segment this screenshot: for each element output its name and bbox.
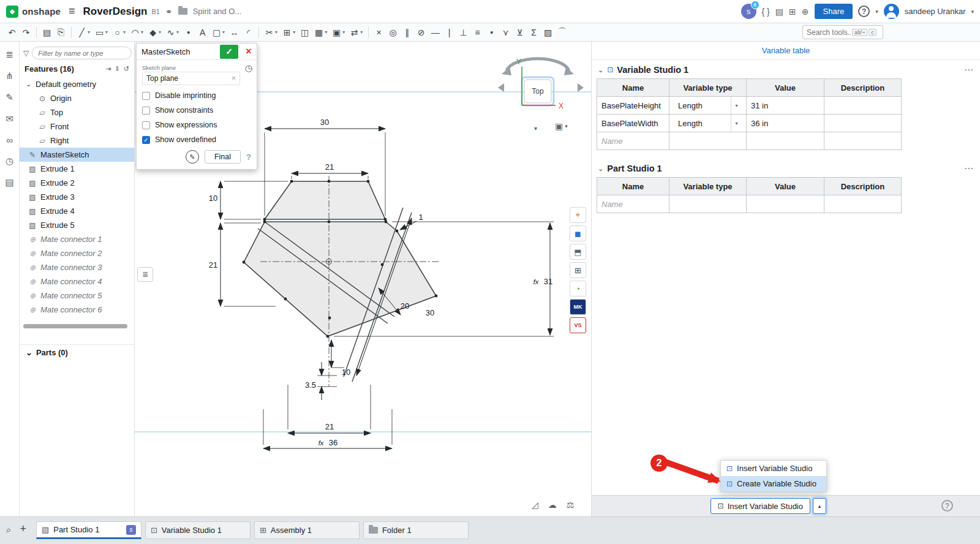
dim-21-top[interactable]: 21 — [325, 162, 334, 172]
tab-folder-1[interactable]: Folder 1 — [363, 521, 469, 539]
feature-filter-input[interactable] — [32, 47, 132, 59]
collaborator-avatar[interactable]: s 8 — [741, 4, 756, 19]
circle-tool-caret[interactable]: ▾ — [123, 29, 126, 35]
onshape-logo[interactable]: ◆ onshape — [6, 6, 61, 18]
final-button[interactable]: Final — [205, 150, 241, 164]
cancel-sketch-button[interactable]: × — [241, 46, 257, 57]
spline-tool[interactable]: ∿▾ — [164, 25, 181, 40]
line-tool-caret[interactable]: ▾ — [88, 29, 90, 35]
tree-item-mate-connector-5[interactable]: ⊕Mate connector 5 — [20, 289, 134, 303]
link-icon[interactable]: ⚭ — [165, 7, 173, 17]
variable-description-cell[interactable] — [824, 97, 902, 115]
custom-tool-4-button[interactable]: ⊞ — [570, 262, 586, 278]
insert-variable-studio-button[interactable]: ⊡ Insert Variable Studio — [710, 498, 810, 514]
tree-group-default-geometry[interactable]: ⌄Default geometry — [20, 77, 134, 91]
menu-item-insert-variable-studio[interactable]: ⊡ Insert Variable Studio — [721, 461, 826, 476]
custom-tool-1-button[interactable]: ⌖ — [570, 207, 586, 223]
release-notes-icon[interactable]: ▤ — [775, 7, 783, 17]
tab-variable-studio-1[interactable]: ⊡ Variable Studio 1 — [145, 521, 251, 539]
search-tools-input[interactable] — [807, 28, 851, 37]
history-icon[interactable]: ◷ — [6, 156, 13, 167]
comments-icon[interactable]: ✉ — [6, 113, 13, 124]
horizontal-constraint-tool[interactable]: ― — [428, 25, 442, 40]
normal-tool[interactable]: ⊘ — [414, 25, 428, 40]
insert-marker-icon[interactable]: ⇥ — [105, 65, 111, 73]
tree-item-extrude-1[interactable]: ▧Extrude 1 — [20, 162, 134, 176]
variable-description-cell[interactable] — [824, 115, 902, 132]
dim-21-left[interactable]: 21 — [209, 260, 217, 270]
sketch-geometry[interactable] — [244, 181, 436, 382]
tree-item-mate-connector-3[interactable]: ⊕Mate connector 3 — [20, 260, 134, 274]
tree-item-front-plane[interactable]: ▱Front — [20, 119, 134, 134]
code-icon[interactable]: { } — [762, 7, 770, 17]
parallel-tool[interactable]: ≡ — [470, 25, 484, 40]
dim-3-5-bottom[interactable]: 3.5 — [305, 380, 316, 390]
chevron-down-icon[interactable]: ⌄ — [26, 348, 32, 357]
concentric-tool[interactable]: ◎ — [386, 25, 400, 40]
vertical-constraint-tool[interactable]: | — [442, 25, 456, 40]
tree-item-extrude-2[interactable]: ▧Extrude 2 — [20, 176, 134, 190]
tree-item-mastersketch[interactable]: ✎MasterSketch — [20, 148, 134, 162]
measure-icon[interactable]: ◿ — [532, 500, 538, 510]
checkbox-unchecked[interactable] — [142, 121, 150, 129]
checkbox-show-expressions[interactable]: Show expressions — [142, 121, 251, 129]
checkbox-unchecked[interactable] — [142, 107, 150, 115]
midpoint-tool[interactable]: • — [484, 25, 499, 40]
user-menu-caret[interactable]: ▾ — [971, 9, 974, 15]
variable-type-cell[interactable]: Length▾ — [669, 115, 747, 132]
sketch-plane-field[interactable]: Top plane × — [142, 72, 240, 85]
tree-item-extrude-5[interactable]: ▧Extrude 5 — [20, 218, 134, 232]
share-button[interactable]: Share — [815, 4, 853, 19]
versions-icon[interactable]: ⋔ — [6, 70, 13, 81]
help-icon[interactable]: ? — [858, 6, 870, 17]
mirror-tool[interactable]: ◫ — [298, 25, 312, 40]
dimension-tool[interactable]: ↔ — [227, 25, 241, 40]
insert-image-tool[interactable]: ▤ — [40, 25, 54, 40]
coincident-tool[interactable]: ⋎ — [499, 25, 513, 40]
section-menu-icon[interactable]: ⋯ — [964, 64, 974, 75]
linear-pattern-caret[interactable]: ▾ — [325, 29, 327, 35]
graphics-canvas[interactable]: 30 21 10 21 1 fx 31 20 30 10 3.5 21 fx 3… — [135, 42, 591, 516]
variable-value-cell[interactable]: 36 in — [747, 115, 824, 132]
section-menu-icon[interactable]: ⋯ — [964, 163, 974, 174]
follow-mode-icon[interactable]: ∞ — [6, 135, 13, 145]
view-cube[interactable]: Top Y X — [493, 45, 591, 124]
add-tab-button[interactable]: + — [20, 523, 26, 535]
checkbox-unchecked[interactable] — [142, 92, 150, 100]
document-location[interactable]: Spirit and O... — [193, 7, 241, 16]
tree-item-mate-connector-4[interactable]: ⊕Mate connector 4 — [20, 274, 134, 289]
notes-icon[interactable]: ▤ — [5, 177, 13, 188]
dim-36-bottom[interactable]: 36 — [329, 438, 337, 447]
expression-tool[interactable]: Σ — [527, 25, 541, 40]
dim-30-top[interactable]: 30 — [320, 118, 329, 127]
linear-pattern-tool[interactable]: ▦▾ — [312, 25, 330, 40]
tangent-tool[interactable]: ∥ — [400, 25, 414, 40]
rollback-icon[interactable]: ↺ — [124, 65, 129, 73]
variable-value-cell[interactable]: 31 in — [747, 97, 824, 115]
variable-table-title[interactable]: Variable table — [592, 42, 980, 60]
chevron-down-icon[interactable]: ⌄ — [26, 80, 32, 88]
fix-tool[interactable]: ⊻ — [513, 25, 527, 40]
dim-30-diag[interactable]: 30 — [426, 308, 434, 317]
perpendicular-tool[interactable]: ⊥ — [456, 25, 470, 40]
dim-20-diag[interactable]: 20 — [401, 301, 409, 311]
edit-in-context-icon[interactable]: ✎ — [186, 150, 199, 164]
trim-tool[interactable]: ✂▾ — [262, 25, 280, 40]
checkbox-disable-imprinting[interactable]: Disable imprinting — [142, 91, 251, 100]
sketch-dialog-header[interactable]: MasterSketch ✓ × — [137, 43, 257, 60]
circle-tool[interactable]: ○▾ — [110, 25, 128, 40]
tree-item-top-plane[interactable]: ▱Top — [20, 105, 134, 119]
tree-item-mate-connector-6[interactable]: ⊕Mate connector 6 — [20, 303, 134, 317]
view-menu-caret[interactable]: ▾ — [534, 125, 537, 132]
insert-dropdown-toggle[interactable]: ▴ — [813, 498, 826, 514]
tree-item-mate-connector-1[interactable]: ⊕Mate connector 1 — [20, 232, 134, 246]
offset-tool-caret[interactable]: ▾ — [293, 29, 295, 35]
rectangle-tool-caret[interactable]: ▾ — [105, 29, 108, 35]
variable-type-cell[interactable]: Length▾ — [669, 97, 747, 115]
dim-21-bottom[interactable]: 21 — [325, 422, 334, 431]
rectangle-tool[interactable]: ▭▾ — [92, 25, 110, 40]
tree-item-extrude-3[interactable]: ▧Extrude 3 — [20, 190, 134, 204]
checkbox-show-constraints[interactable]: Show constraints — [142, 106, 251, 115]
trim-tool-caret[interactable]: ▾ — [275, 29, 277, 35]
point-tool[interactable]: • — [181, 25, 195, 40]
